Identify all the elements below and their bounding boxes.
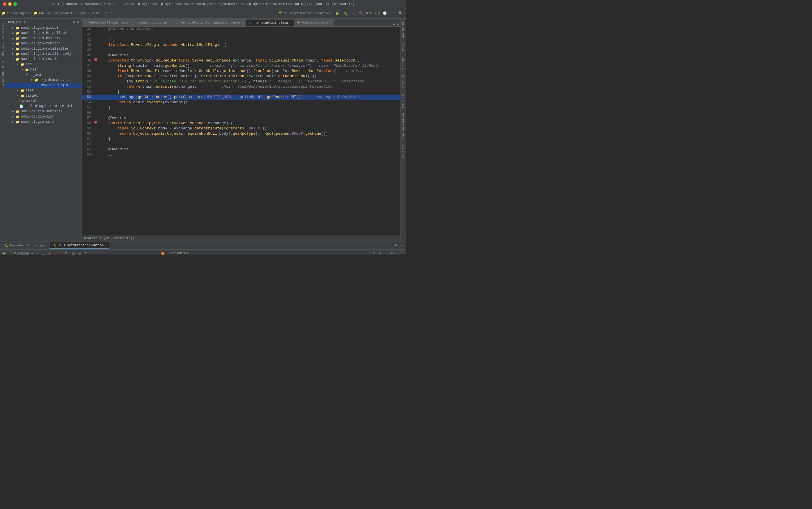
- tab-websocket[interactable]: ☕ WebSocketPlugin.java ✕: [82, 19, 134, 26]
- tree-item-org-dromara[interactable]: ▼ 📁 org.dromara.so...: [6, 77, 81, 83]
- variables-restore-button[interactable]: ⟲: [371, 251, 376, 254]
- step-over-button[interactable]: ↓: [47, 250, 52, 254]
- tree-item-global[interactable]: ▶ 📁 soul-plugin-global: [6, 25, 81, 31]
- word-boc-tab[interactable]: Word Boc: [401, 142, 406, 160]
- maximize-button[interactable]: [13, 2, 17, 6]
- main-toolbar: 📁 soul-plugin › 📁 soul-plugin-rewrite › …: [0, 8, 406, 19]
- debug-area: 🐛 SoulAdminBootstrap ✕ 🐛 SoulBootstrapAp…: [0, 241, 406, 254]
- tab-constants[interactable]: ① Constants.java ✕: [294, 19, 334, 26]
- debug-variables-panel: Variables ⟲ ⚙ ⋯ Cc | ≡ ▶ p this = {Re: [168, 249, 406, 254]
- close-soul-bootstrap-tab[interactable]: ✕: [105, 243, 106, 247]
- rerun-button[interactable]: ☰: [40, 250, 46, 254]
- debug-tab-soul-admin[interactable]: 🐛 SoulAdminBootstrap ✕: [2, 242, 49, 249]
- code-line-61: 61 }: [82, 136, 401, 142]
- tree-item-test[interactable]: ▶ 📁 test: [6, 88, 81, 93]
- tab-rewrite-plugin[interactable]: ☕ RewritePlugin.java ✕: [246, 19, 294, 26]
- rollback-button[interactable]: ↩: [390, 11, 396, 16]
- code-line-50: 50 log.error("uri rewrite rule can not c…: [82, 79, 401, 84]
- close-bootstrap-tab[interactable]: ✕: [168, 21, 170, 24]
- refresh-project-button[interactable]: ⟳: [73, 20, 75, 24]
- project-tree: Project ▾ ⟳ ⚙ ▶ 📁 soul-plugin-global ▶ 📁…: [6, 19, 82, 241]
- bean-validation-tab[interactable]: Bean Validation: [401, 111, 406, 142]
- close-websocket-tab[interactable]: ✕: [129, 21, 131, 24]
- tree-item-sign[interactable]: ▶ 📁 soul-plugin-sign: [6, 114, 81, 119]
- code-line-55: 55 }: [82, 105, 401, 110]
- build-button[interactable]: 🔨: [357, 11, 365, 16]
- breadcrumb-class[interactable]: RewritePlugin: [84, 237, 109, 240]
- code-line-63: 63 @Override: [82, 147, 401, 152]
- tree-item-resilience4j[interactable]: ▶ 📁 soul-plugin-resilience4j: [6, 52, 81, 57]
- tree-item-monitor[interactable]: ▶ 📁 soul-plugin-monitor: [6, 41, 81, 46]
- code-line-40: 40 @author xiaoyu(Myth): [82, 27, 401, 32]
- run-button[interactable]: ▶: [334, 10, 341, 16]
- code-editor[interactable]: 40 @author xiaoyu(Myth) 41 42 f4j 43 lic…: [82, 27, 401, 235]
- database-tab[interactable]: Database: [401, 72, 406, 91]
- variables-expand-button[interactable]: Cc: [390, 251, 396, 254]
- tree-item-sofa[interactable]: ▶ 📁 soul-plugin-sofa: [6, 119, 81, 125]
- step-out-button[interactable]: ↑: [58, 250, 62, 254]
- editor-area: ☕ WebSocketPlugin.java ✕ m soul-bootstra…: [82, 19, 401, 241]
- tree-item-ratelimiter[interactable]: ▶ 📁 soul-plugin-ratelimiter: [6, 46, 81, 52]
- streams-button[interactable]: ≡: [84, 250, 89, 254]
- close-rewrite-plugin-tab[interactable]: ✕: [290, 22, 291, 25]
- sidebar-item-project[interactable]: 1: Project: [1, 19, 5, 40]
- window-title: soul [~/Documents/workspace/soul] - .../…: [52, 2, 354, 6]
- frames-grid-button[interactable]: ⊞: [77, 250, 83, 254]
- close-button[interactable]: [3, 2, 6, 6]
- tree-item-rewrite[interactable]: ▼ 📁 soul-plugin-rewrite: [6, 57, 81, 62]
- tree-item-main[interactable]: ▼ 📁 main: [6, 67, 81, 72]
- tab-bootstrap[interactable]: m soul-bootstrap ✕: [134, 19, 173, 26]
- run-config-selector[interactable]: 🌱 SoulBootstrapApplication ▾: [279, 11, 333, 15]
- git-history-button[interactable]: 🕐: [381, 11, 388, 16]
- translate-tab[interactable]: Translate: [401, 91, 406, 111]
- project-panel-header: Project ▾ ⟳ ⚙: [6, 19, 81, 25]
- variables-settings-button[interactable]: ⚙: [377, 251, 382, 254]
- sidebar-item-favorites[interactable]: 2: Favorites: [1, 40, 5, 64]
- tree-item-iml[interactable]: 📄 soul-plugin-rewrite.iml: [6, 104, 81, 109]
- settings-button[interactable]: ⚙: [77, 20, 80, 24]
- tree-item-target[interactable]: ▶ 📁 target: [6, 93, 81, 98]
- debug-minimize-button[interactable]: −: [399, 243, 405, 248]
- variables-minimize-button[interactable]: ≡: [400, 251, 404, 254]
- titlebar: soul [~/Documents/workspace/soul] - .../…: [0, 0, 406, 8]
- plantuml-tab[interactable]: PlantUML: [401, 54, 406, 72]
- debug-console-button[interactable]: ⬛ Console ↔: [8, 250, 35, 254]
- code-line-52: 52 }: [82, 90, 401, 95]
- code-line-46: 46 protected Mono<Void> doExecute(final …: [82, 58, 401, 63]
- debug-settings-button[interactable]: ⚙: [392, 243, 399, 248]
- editor-tabs: ☕ WebSocketPlugin.java ✕ m soul-bootstra…: [82, 19, 401, 27]
- tree-item-src[interactable]: ▼ 📁 src: [6, 62, 81, 67]
- tab-rewrite-config[interactable]: ☕ RewritePluginConfiguration.java ✕: [173, 19, 246, 26]
- resume-button[interactable]: ▶: [2, 250, 7, 254]
- run-to-cursor-button[interactable]: ↺: [64, 250, 69, 254]
- maven-tab[interactable]: Maven: [401, 40, 406, 54]
- tree-item-httpclient[interactable]: ▶ 📁 soul-plugin-httpclient: [6, 31, 81, 36]
- debug-session-tabs: 🐛 SoulAdminBootstrap ✕ 🐛 SoulBootstrapAp…: [0, 241, 406, 249]
- variables-more-button[interactable]: ⋯: [383, 251, 388, 254]
- stop-button[interactable]: ■: [351, 11, 357, 16]
- evaluate-button[interactable]: ⏏: [70, 250, 76, 254]
- sidebar-item-structure[interactable]: 7: Structure: [1, 64, 5, 89]
- ant-build-tab[interactable]: Ant Build: [401, 20, 406, 40]
- step-into-button[interactable]: ↓: [53, 250, 57, 254]
- tree-item-java[interactable]: ▼ ☕ java: [6, 72, 81, 77]
- debug-flame-button[interactable]: 🔥: [159, 250, 166, 254]
- close-rewrite-config-tab[interactable]: ✕: [241, 21, 243, 24]
- close-constants-tab[interactable]: ✕: [330, 21, 331, 24]
- close-soul-admin-tab[interactable]: ✕: [45, 244, 47, 247]
- breadcrumb-method[interactable]: doExecute(): [113, 237, 134, 240]
- debug-left-panel: ▶ ⬛ Console ↔ | ☰ ↓ ↓ ↑ ↺ ⏏ ⊞ ≡ 🔥 ☰ Fram…: [0, 249, 168, 254]
- breadcrumb-soul-plugin[interactable]: 📁 soul-plugin: [2, 11, 28, 15]
- tree-item-rewrite-plugin[interactable]: ☕ RewritePlugin: [6, 83, 81, 88]
- minimize-button[interactable]: [8, 2, 11, 6]
- search-button[interactable]: 🔍: [397, 11, 405, 16]
- code-line-64: 64 ...: [82, 152, 401, 157]
- debug-tab-soul-bootstrap[interactable]: 🐛 SoulBootstrapApplication ✕: [50, 242, 109, 249]
- tree-item-sentinel[interactable]: ▶ 📁 soul-plugin-sentinel: [6, 109, 81, 114]
- traffic-lights: [3, 2, 17, 6]
- tree-item-hystrix[interactable]: ▶ 📁 soul-plugin-hystrix: [6, 36, 81, 41]
- debug-button[interactable]: 🐛: [342, 11, 350, 16]
- code-line-43: 43 lic class RewritePlugin extends Abstr…: [82, 42, 401, 47]
- tree-item-pom[interactable]: m pom.xml: [6, 98, 81, 104]
- breadcrumb-rewrite[interactable]: 📁 soul-plugin-rewrite: [33, 11, 75, 15]
